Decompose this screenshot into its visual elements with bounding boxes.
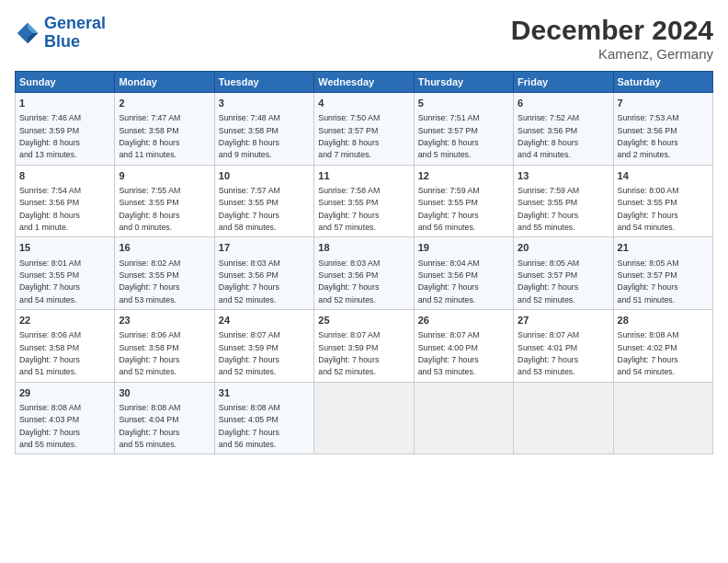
day-info: Sunrise: 8:07 AM Sunset: 3:59 PM Dayligh…: [219, 330, 280, 376]
calendar-body: 1Sunrise: 7:46 AM Sunset: 3:59 PM Daylig…: [16, 93, 713, 454]
day-number: 21: [618, 241, 709, 255]
header-cell-thursday: Thursday: [414, 72, 513, 93]
day-info: Sunrise: 7:57 AM Sunset: 3:55 PM Dayligh…: [219, 186, 280, 232]
day-number: 24: [219, 314, 310, 327]
calendar-cell: 26Sunrise: 8:07 AM Sunset: 4:00 PM Dayli…: [414, 309, 513, 382]
day-number: 8: [19, 169, 110, 183]
day-info: Sunrise: 7:51 AM Sunset: 3:57 PM Dayligh…: [418, 113, 480, 159]
calendar-cell: 6Sunrise: 7:52 AM Sunset: 3:56 PM Daylig…: [514, 93, 613, 166]
day-number: 27: [518, 314, 609, 327]
day-number: 17: [219, 241, 310, 255]
day-info: Sunrise: 8:05 AM Sunset: 3:57 PM Dayligh…: [518, 259, 579, 304]
calendar-cell: 7Sunrise: 7:53 AM Sunset: 3:56 PM Daylig…: [613, 93, 712, 166]
logo-line1: General: [44, 14, 106, 32]
calendar-cell: 13Sunrise: 7:59 AM Sunset: 3:55 PM Dayli…: [514, 165, 613, 237]
calendar-cell: [514, 382, 613, 454]
calendar-cell: 19Sunrise: 8:04 AM Sunset: 3:56 PM Dayli…: [414, 237, 513, 310]
page: General Blue December 2024 Kamenz, Germa…: [0, 0, 728, 563]
calendar-cell: 10Sunrise: 7:57 AM Sunset: 3:55 PM Dayli…: [214, 165, 313, 237]
calendar-cell: [314, 382, 414, 454]
calendar-cell: 8Sunrise: 7:54 AM Sunset: 3:56 PM Daylig…: [16, 165, 115, 237]
day-number: 7: [618, 97, 709, 110]
day-number: 29: [19, 386, 110, 400]
day-number: 16: [119, 241, 210, 255]
day-info: Sunrise: 7:59 AM Sunset: 3:55 PM Dayligh…: [518, 186, 579, 232]
logo-text: General Blue: [44, 15, 106, 52]
day-number: 11: [318, 169, 409, 183]
day-info: Sunrise: 7:46 AM Sunset: 3:59 PM Dayligh…: [19, 113, 81, 159]
day-number: 20: [518, 241, 609, 255]
calendar-cell: 9Sunrise: 7:55 AM Sunset: 3:55 PM Daylig…: [115, 165, 214, 237]
day-info: Sunrise: 8:01 AM Sunset: 3:55 PM Dayligh…: [19, 259, 81, 304]
day-number: 4: [318, 97, 409, 110]
header-cell-friday: Friday: [514, 72, 613, 93]
calendar-cell: 12Sunrise: 7:59 AM Sunset: 3:55 PM Dayli…: [414, 165, 513, 237]
calendar-cell: 5Sunrise: 7:51 AM Sunset: 3:57 PM Daylig…: [414, 93, 513, 166]
day-info: Sunrise: 8:06 AM Sunset: 3:58 PM Dayligh…: [119, 330, 180, 376]
calendar-cell: 1Sunrise: 7:46 AM Sunset: 3:59 PM Daylig…: [16, 93, 115, 166]
day-number: 2: [119, 97, 210, 110]
calendar-week-row: 29Sunrise: 8:08 AM Sunset: 4:03 PM Dayli…: [16, 382, 713, 454]
subtitle: Kamenz, Germany: [511, 46, 713, 62]
calendar-cell: 29Sunrise: 8:08 AM Sunset: 4:03 PM Dayli…: [16, 382, 115, 454]
day-info: Sunrise: 8:07 AM Sunset: 4:01 PM Dayligh…: [518, 330, 579, 376]
calendar-week-row: 15Sunrise: 8:01 AM Sunset: 3:55 PM Dayli…: [16, 237, 713, 310]
header-cell-monday: Monday: [115, 72, 214, 93]
logo: General Blue: [15, 15, 106, 52]
day-number: 6: [518, 97, 609, 110]
day-number: 18: [318, 241, 409, 255]
day-info: Sunrise: 8:06 AM Sunset: 3:58 PM Dayligh…: [19, 330, 81, 376]
day-number: 28: [618, 314, 709, 327]
calendar-cell: 22Sunrise: 8:06 AM Sunset: 3:58 PM Dayli…: [16, 309, 115, 382]
title-block: December 2024 Kamenz, Germany: [511, 15, 713, 62]
day-number: 19: [418, 241, 509, 255]
calendar-cell: 24Sunrise: 8:07 AM Sunset: 3:59 PM Dayli…: [214, 309, 313, 382]
calendar-cell: 30Sunrise: 8:08 AM Sunset: 4:04 PM Dayli…: [115, 382, 214, 454]
day-info: Sunrise: 8:07 AM Sunset: 4:00 PM Dayligh…: [418, 330, 480, 376]
calendar-header-row: SundayMondayTuesdayWednesdayThursdayFrid…: [16, 72, 713, 93]
calendar-cell: 28Sunrise: 8:08 AM Sunset: 4:02 PM Dayli…: [613, 309, 712, 382]
day-info: Sunrise: 7:48 AM Sunset: 3:58 PM Dayligh…: [219, 113, 280, 159]
day-info: Sunrise: 8:03 AM Sunset: 3:56 PM Dayligh…: [318, 259, 380, 304]
calendar-week-row: 22Sunrise: 8:06 AM Sunset: 3:58 PM Dayli…: [16, 309, 713, 382]
day-number: 1: [19, 97, 110, 110]
header-cell-wednesday: Wednesday: [314, 72, 414, 93]
header: General Blue December 2024 Kamenz, Germa…: [15, 15, 713, 62]
day-number: 23: [119, 314, 210, 327]
calendar-cell: 21Sunrise: 8:05 AM Sunset: 3:57 PM Dayli…: [613, 237, 712, 310]
calendar-cell: 23Sunrise: 8:06 AM Sunset: 3:58 PM Dayli…: [115, 309, 214, 382]
calendar-cell: 18Sunrise: 8:03 AM Sunset: 3:56 PM Dayli…: [314, 237, 414, 310]
day-number: 3: [219, 97, 310, 110]
day-info: Sunrise: 8:08 AM Sunset: 4:04 PM Dayligh…: [119, 403, 180, 449]
day-info: Sunrise: 7:58 AM Sunset: 3:55 PM Dayligh…: [318, 186, 380, 232]
day-number: 12: [418, 169, 509, 183]
header-cell-saturday: Saturday: [613, 72, 712, 93]
day-number: 14: [618, 169, 709, 183]
calendar-cell: 17Sunrise: 8:03 AM Sunset: 3:56 PM Dayli…: [214, 237, 313, 310]
calendar-table: SundayMondayTuesdayWednesdayThursdayFrid…: [15, 71, 713, 454]
day-info: Sunrise: 7:47 AM Sunset: 3:58 PM Dayligh…: [119, 113, 180, 159]
calendar-cell: 31Sunrise: 8:08 AM Sunset: 4:05 PM Dayli…: [214, 382, 313, 454]
calendar-cell: 20Sunrise: 8:05 AM Sunset: 3:57 PM Dayli…: [514, 237, 613, 310]
day-number: 9: [119, 169, 210, 183]
calendar-cell: [414, 382, 513, 454]
calendar-cell: 14Sunrise: 8:00 AM Sunset: 3:55 PM Dayli…: [613, 165, 712, 237]
header-cell-tuesday: Tuesday: [214, 72, 313, 93]
day-number: 22: [19, 314, 110, 327]
day-number: 10: [219, 169, 310, 183]
day-info: Sunrise: 7:53 AM Sunset: 3:56 PM Dayligh…: [618, 113, 679, 159]
day-info: Sunrise: 8:07 AM Sunset: 3:59 PM Dayligh…: [318, 330, 380, 376]
calendar-cell: 25Sunrise: 8:07 AM Sunset: 3:59 PM Dayli…: [314, 309, 414, 382]
logo-icon: [15, 20, 40, 46]
calendar-week-row: 8Sunrise: 7:54 AM Sunset: 3:56 PM Daylig…: [16, 165, 713, 237]
day-info: Sunrise: 8:05 AM Sunset: 3:57 PM Dayligh…: [618, 259, 679, 304]
calendar-cell: 11Sunrise: 7:58 AM Sunset: 3:55 PM Dayli…: [314, 165, 414, 237]
calendar-cell: 27Sunrise: 8:07 AM Sunset: 4:01 PM Dayli…: [514, 309, 613, 382]
day-info: Sunrise: 7:59 AM Sunset: 3:55 PM Dayligh…: [418, 186, 480, 232]
day-info: Sunrise: 7:54 AM Sunset: 3:56 PM Dayligh…: [19, 186, 81, 232]
calendar-cell: 2Sunrise: 7:47 AM Sunset: 3:58 PM Daylig…: [115, 93, 214, 166]
day-number: 25: [318, 314, 409, 327]
day-number: 26: [418, 314, 509, 327]
calendar-cell: 16Sunrise: 8:02 AM Sunset: 3:55 PM Dayli…: [115, 237, 214, 310]
day-info: Sunrise: 8:08 AM Sunset: 4:02 PM Dayligh…: [618, 330, 679, 376]
